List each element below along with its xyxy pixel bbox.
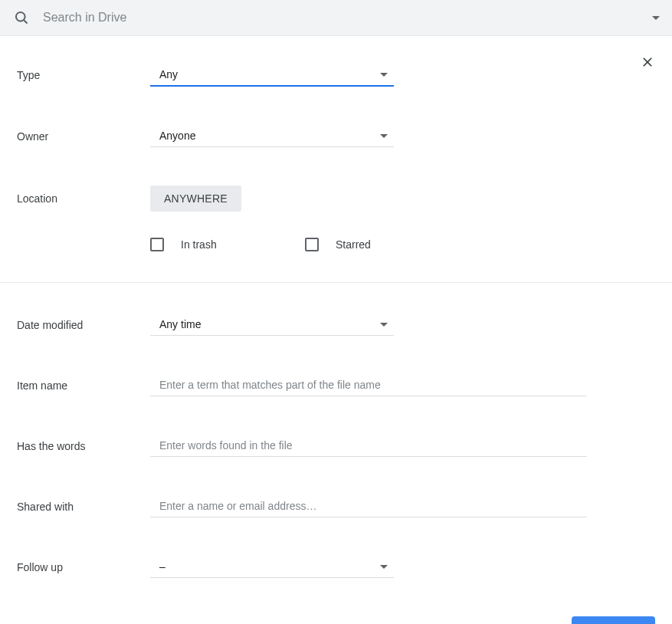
has-words-row: Has the words bbox=[17, 435, 655, 457]
footer-actions: RESET SEARCH bbox=[504, 616, 655, 624]
in-trash-label: In trash bbox=[181, 238, 217, 251]
chevron-down-icon bbox=[380, 73, 388, 77]
starred-label: Starred bbox=[336, 238, 371, 251]
svg-line-1 bbox=[24, 20, 27, 23]
location-options-row: In trash Starred bbox=[150, 238, 655, 251]
date-modified-row: Date modified Any time bbox=[17, 314, 655, 336]
divider bbox=[0, 282, 672, 283]
item-name-label: Item name bbox=[17, 379, 150, 392]
location-label: Location bbox=[17, 192, 150, 205]
has-words-input[interactable] bbox=[150, 435, 587, 457]
chevron-down-icon bbox=[380, 134, 388, 138]
owner-value: Anyone bbox=[159, 130, 195, 142]
location-row: Location ANYWHERE bbox=[17, 186, 655, 212]
follow-up-row: Follow up – bbox=[17, 556, 655, 578]
date-modified-label: Date modified bbox=[17, 319, 150, 331]
in-trash-checkbox[interactable]: In trash bbox=[150, 238, 293, 251]
date-modified-value: Any time bbox=[159, 318, 201, 330]
item-name-input[interactable] bbox=[150, 374, 587, 396]
footer: LEARN MORE RESET SEARCH bbox=[17, 616, 655, 624]
type-select[interactable]: Any bbox=[150, 64, 394, 87]
search-icon bbox=[12, 8, 31, 27]
shared-with-input[interactable] bbox=[150, 495, 587, 517]
type-label: Type bbox=[17, 69, 150, 81]
follow-up-label: Follow up bbox=[17, 561, 150, 573]
close-button[interactable] bbox=[640, 54, 655, 70]
chevron-down-icon bbox=[380, 323, 388, 327]
follow-up-select[interactable]: – bbox=[150, 556, 394, 578]
starred-checkbox[interactable]: Starred bbox=[305, 238, 447, 251]
date-modified-select[interactable]: Any time bbox=[150, 314, 394, 336]
location-chip[interactable]: ANYWHERE bbox=[150, 186, 241, 212]
search-input[interactable] bbox=[43, 11, 652, 25]
type-row: Type Any bbox=[17, 64, 655, 87]
type-value: Any bbox=[159, 68, 178, 80]
has-words-label: Has the words bbox=[17, 440, 150, 452]
advanced-search-panel: Type Any Owner Anyone Location ANYWHERE … bbox=[0, 36, 672, 624]
checkbox-icon bbox=[150, 238, 164, 251]
shared-with-label: Shared with bbox=[17, 501, 150, 513]
owner-row: Owner Anyone bbox=[17, 125, 655, 147]
chevron-down-icon bbox=[380, 565, 388, 569]
svg-point-0 bbox=[16, 12, 25, 21]
checkbox-icon bbox=[305, 238, 319, 251]
search-button[interactable]: SEARCH bbox=[572, 616, 655, 624]
owner-label: Owner bbox=[17, 130, 150, 143]
owner-select[interactable]: Anyone bbox=[150, 125, 394, 147]
item-name-row: Item name bbox=[17, 374, 655, 396]
follow-up-value: – bbox=[159, 560, 166, 573]
shared-with-row: Shared with bbox=[17, 495, 655, 517]
search-options-dropdown-icon[interactable] bbox=[652, 16, 660, 20]
search-bar bbox=[0, 0, 672, 36]
